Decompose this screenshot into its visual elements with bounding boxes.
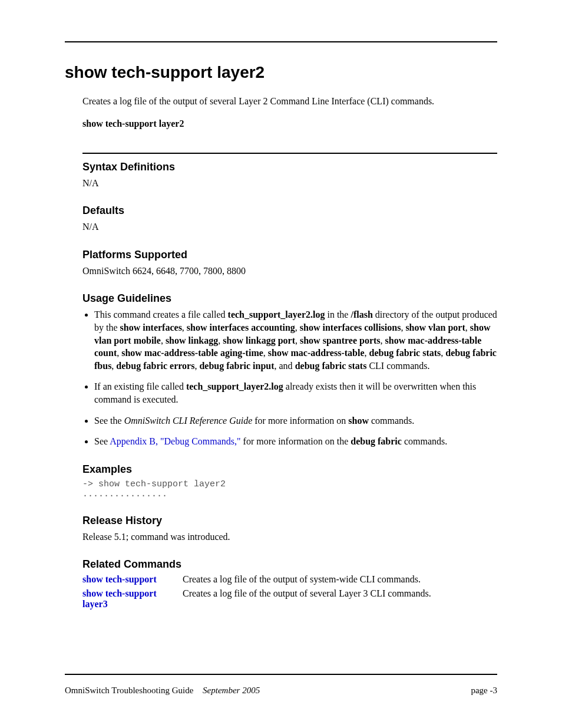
text: See the: [94, 416, 124, 426]
heading-syntax-definitions: Syntax Definitions: [82, 161, 497, 173]
related-command-cell: show tech-support: [82, 574, 183, 585]
command: debug fabric stats: [295, 361, 367, 371]
command: debug fabric input: [199, 361, 274, 371]
text: in the: [325, 309, 351, 319]
heading-related-commands: Related Commands: [82, 558, 497, 571]
text: This command creates a file called: [94, 309, 228, 319]
usage-list: This command creates a file called tech_…: [82, 308, 497, 447]
text: commands.: [402, 436, 447, 446]
related-row: show tech-support layer3 Creates a log f…: [82, 588, 497, 610]
related-command-cell: show tech-support layer3: [82, 588, 183, 610]
footer-page-number: page -3: [471, 686, 497, 696]
command: show interfaces accounting: [187, 322, 295, 332]
syntax-definitions-body: N/A: [82, 177, 497, 190]
heading-release-history: Release History: [82, 515, 497, 527]
usage-item: See the OmniSwitch CLI Reference Guide f…: [94, 414, 497, 427]
intro-text: Creates a log file of the output of seve…: [82, 95, 497, 108]
related-command-link[interactable]: show tech-support layer3: [82, 588, 157, 609]
command: show spantree ports: [300, 335, 381, 345]
related-commands-table: show tech-support Creates a log file of …: [82, 574, 497, 610]
release-history-body: Release 5.1; command was introduced.: [82, 531, 497, 543]
usage-item: This command creates a file called tech_…: [94, 308, 497, 372]
defaults-body: N/A: [82, 220, 497, 233]
bottom-rule: [65, 674, 497, 675]
command: show vlan port: [405, 322, 465, 332]
page-title: show tech-support layer2: [65, 63, 497, 82]
doc-title: OmniSwitch CLI Reference Guide: [124, 416, 253, 426]
text: for more information on the: [241, 436, 351, 446]
footer-date: September 2005: [203, 686, 260, 695]
command: debug fabric stats: [369, 348, 441, 358]
syntax-line: show tech-support layer2: [82, 118, 497, 129]
examples-block: -> show tech-support layer2 ............…: [82, 479, 497, 499]
text: See: [94, 436, 110, 446]
filename: tech_support_layer2.log: [186, 381, 283, 391]
usage-item: If an existing file called tech_support_…: [94, 380, 497, 406]
footer-guide: OmniSwitch Troubleshooting Guide: [65, 686, 193, 695]
filename: tech_support_layer2.log: [228, 309, 325, 319]
document-page: show tech-support layer2 Creates a log f…: [0, 0, 562, 728]
heading-platforms: Platforms Supported: [82, 249, 497, 261]
command: debug fabric errors: [116, 361, 194, 371]
text: , and: [275, 361, 295, 371]
related-row: show tech-support Creates a log file of …: [82, 574, 497, 585]
command: show mac-address-table aging-time: [121, 348, 263, 358]
directory: /flash: [351, 309, 372, 319]
appendix-link[interactable]: Appendix B, "Debug Commands,": [110, 436, 240, 446]
command: show mac-address-table: [268, 348, 365, 358]
command: show: [348, 416, 369, 426]
text: for more information on: [252, 416, 348, 426]
page-footer: OmniSwitch Troubleshooting Guide Septemb…: [65, 686, 497, 696]
command: debug fabric: [351, 436, 402, 446]
usage-item: See Appendix B, "Debug Commands," for mo…: [94, 435, 497, 448]
text: CLI commands.: [366, 361, 429, 371]
command: show interfaces collisions: [300, 322, 401, 332]
platforms-body: OmniSwitch 6624, 6648, 7700, 7800, 8800: [82, 265, 497, 278]
section-rule: [82, 153, 497, 154]
heading-usage: Usage Guidelines: [82, 292, 497, 305]
top-rule: [65, 41, 497, 42]
heading-defaults: Defaults: [82, 205, 497, 217]
text: commands.: [369, 416, 414, 426]
related-desc-cell: Creates a log file of the output of seve…: [183, 588, 497, 610]
example-line: ................: [82, 489, 497, 499]
command: show linkagg: [166, 335, 218, 345]
related-desc-cell: Creates a log file of the output of syst…: [183, 574, 497, 585]
text: If an existing file called: [94, 381, 186, 391]
footer-left: OmniSwitch Troubleshooting Guide Septemb…: [65, 686, 260, 696]
example-line: -> show tech-support layer2: [82, 479, 497, 489]
related-command-link[interactable]: show tech-support: [82, 574, 157, 584]
command: show linkagg port: [223, 335, 295, 345]
heading-examples: Examples: [82, 463, 497, 476]
command: show interfaces: [120, 322, 182, 332]
